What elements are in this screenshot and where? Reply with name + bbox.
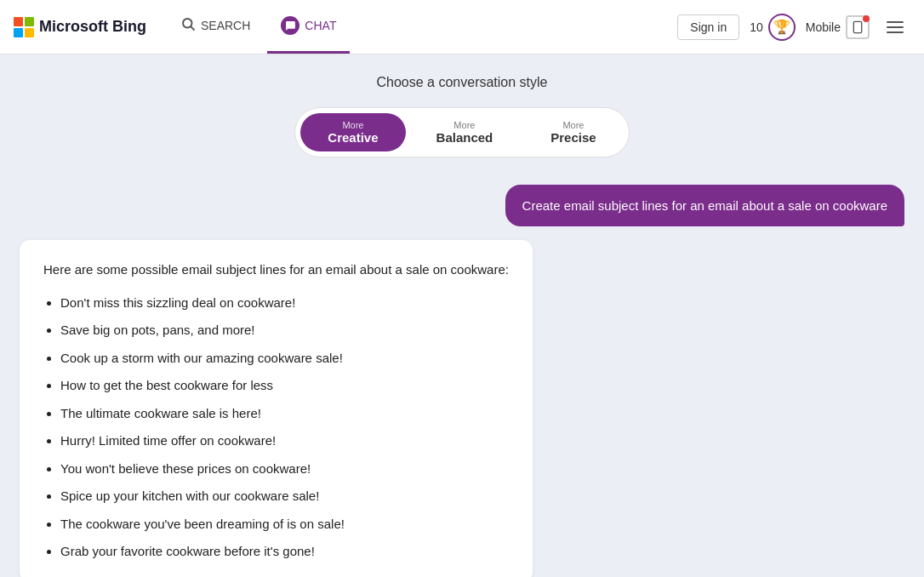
- chat-icon: [281, 16, 299, 35]
- hamburger-menu-button[interactable]: [880, 14, 910, 40]
- list-item: Save big on pots, pans, and more!: [60, 321, 509, 340]
- search-tab-label: SEARCH: [201, 19, 250, 32]
- logo-squares-icon: [14, 17, 34, 37]
- logo-sq-blue: [14, 28, 23, 37]
- svg-line-1: [191, 26, 194, 30]
- style-option-balanced[interactable]: More Balanced: [409, 113, 521, 151]
- nav-tab-search[interactable]: SEARCH: [167, 0, 264, 54]
- balanced-more-label: More: [453, 120, 475, 130]
- menu-line-2: [887, 26, 904, 28]
- search-icon: [180, 16, 196, 35]
- list-item: Cook up a storm with our amazing cookwar…: [60, 349, 509, 368]
- bing-logo[interactable]: Microsoft Bing: [14, 17, 146, 37]
- creative-more-label: More: [342, 120, 363, 130]
- nav-tabs: SEARCH CHAT: [167, 0, 350, 54]
- notification-dot: [863, 15, 870, 22]
- precise-name-label: Precise: [550, 130, 596, 145]
- list-item: The cookware you've been dreaming of is …: [60, 515, 509, 534]
- logo-area: Microsoft Bing: [14, 17, 146, 37]
- trophy-icon: 🏆: [768, 14, 796, 41]
- creative-name-label: Creative: [328, 130, 378, 145]
- user-message: Create email subject lines for an email …: [505, 185, 904, 226]
- logo-sq-green: [25, 17, 34, 26]
- mobile-button[interactable]: Mobile: [806, 15, 870, 39]
- list-item: The ultimate cookware sale is here!: [60, 404, 509, 424]
- logo-text: Microsoft Bing: [39, 18, 146, 36]
- bot-response: Here are some possible email subject lin…: [20, 240, 533, 577]
- logo-sq-yellow: [25, 28, 34, 37]
- style-option-creative[interactable]: More Creative: [300, 113, 405, 151]
- main-content: Choose a conversation style More Creativ…: [0, 54, 924, 577]
- mobile-label: Mobile: [806, 20, 841, 34]
- logo-sq-red: [14, 17, 23, 26]
- points-count: 10: [750, 20, 763, 34]
- points-badge: 10 🏆: [750, 14, 796, 41]
- sign-in-button[interactable]: Sign in: [677, 14, 739, 40]
- nav-tab-chat[interactable]: CHAT: [267, 0, 350, 54]
- header: Microsoft Bing SEARCH CHAT: [0, 0, 924, 54]
- svg-rect-2: [853, 21, 861, 32]
- style-option-precise[interactable]: More Precise: [523, 113, 623, 151]
- balanced-name-label: Balanced: [436, 130, 493, 145]
- conversation-style-heading: Choose a conversation style: [377, 75, 548, 90]
- svg-point-0: [183, 19, 192, 28]
- precise-more-label: More: [562, 120, 584, 130]
- chat-tab-label: CHAT: [305, 19, 336, 32]
- style-selector: More Creative More Balanced More Precise: [294, 107, 629, 157]
- bullet-list: Don't miss this sizzling deal on cookwar…: [43, 294, 509, 562]
- list-item: You won't believe these prices on cookwa…: [60, 460, 509, 479]
- mobile-icon: [846, 15, 870, 39]
- list-item: Grab your favorite cookware before it's …: [60, 542, 509, 562]
- menu-line-3: [887, 31, 904, 33]
- bot-intro: Here are some possible email subject lin…: [43, 260, 509, 280]
- list-item: Don't miss this sizzling deal on cookwar…: [60, 294, 509, 313]
- list-item: How to get the best cookware for less: [60, 376, 509, 396]
- list-item: Hurry! Limited time offer on cookware!: [60, 431, 509, 451]
- chat-area: Create email subject lines for an email …: [20, 185, 904, 577]
- menu-line-1: [887, 21, 904, 23]
- header-right: Sign in 10 🏆 Mobile: [677, 14, 910, 41]
- list-item: Spice up your kitchen with our cookware …: [60, 487, 509, 506]
